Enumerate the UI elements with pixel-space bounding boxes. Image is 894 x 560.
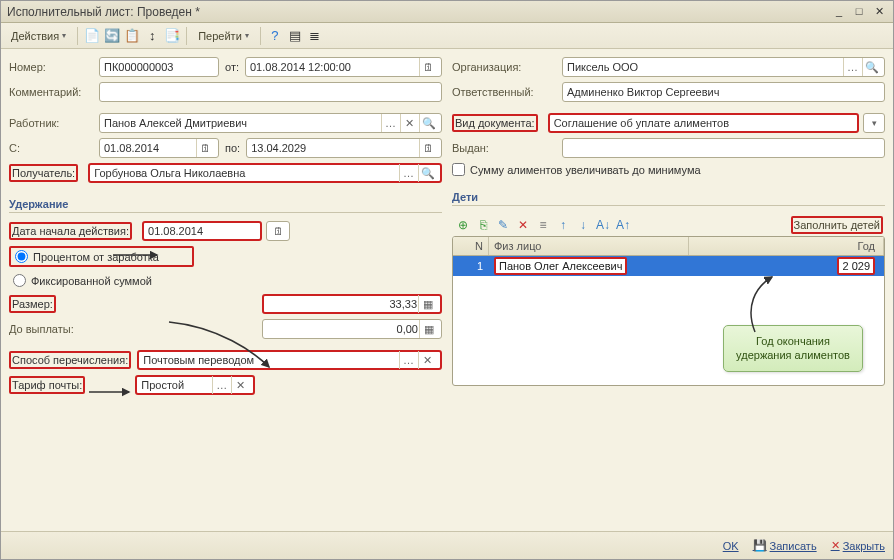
steps-icon[interactable]: ≣	[306, 27, 324, 45]
delete-icon[interactable]: ✕	[514, 216, 532, 234]
save-button[interactable]: 💾Записать	[753, 539, 817, 552]
sort-icon[interactable]: ≡	[534, 216, 552, 234]
col-n[interactable]: N	[453, 237, 489, 255]
help-icon[interactable]: ?	[266, 27, 284, 45]
sort-az-icon[interactable]: A↓	[594, 216, 612, 234]
ellipsis-icon[interactable]: …	[843, 58, 861, 76]
footer-bar: OK 💾Записать ✕Закрыть	[1, 531, 893, 559]
titlebar: Исполнительный лист: Проведен * _ □ ✕	[1, 1, 893, 23]
add-icon[interactable]: ⊕	[454, 216, 472, 234]
up-icon[interactable]: ↑	[554, 216, 572, 234]
ellipsis-icon[interactable]: …	[399, 164, 417, 182]
post-icon[interactable]: 📄	[83, 27, 101, 45]
form-content: Номер: ПК000000003 от: 01.08.2014 12:00:…	[1, 49, 893, 531]
issued-field[interactable]	[562, 138, 885, 158]
calendar-icon[interactable]: 🗓	[419, 58, 437, 76]
chevron-down-icon: ▾	[62, 31, 66, 40]
actions-label: Действия	[11, 30, 59, 42]
window-title: Исполнительный лист: Проведен *	[7, 5, 831, 19]
recipient-label: Получатель:	[12, 167, 75, 179]
calc-icon[interactable]: ▦	[418, 295, 436, 313]
down-icon[interactable]: ↓	[574, 216, 592, 234]
minimize-button[interactable]: _	[831, 5, 847, 19]
copy-icon[interactable]: ⎘	[474, 216, 492, 234]
refresh-icon[interactable]: 🔄	[103, 27, 121, 45]
ellipsis-icon[interactable]: …	[212, 376, 230, 394]
worker-label: Работник:	[9, 117, 99, 129]
ellipsis-icon[interactable]: …	[381, 114, 399, 132]
calendar-button[interactable]: 🗓	[266, 221, 290, 241]
search-icon[interactable]: 🔍	[419, 114, 437, 132]
chevron-down-icon: ▾	[245, 31, 249, 40]
number-label: Номер:	[9, 61, 99, 73]
calendar-icon[interactable]: 🗓	[419, 139, 437, 157]
search-icon[interactable]: 🔍	[862, 58, 880, 76]
method-field[interactable]: Почтовым переводом … ✕	[137, 350, 442, 370]
until-label: по:	[225, 142, 240, 154]
main-toolbar: Действия ▾ 📄 🔄 📋 ↕ 📑 Перейти ▾ ? ▤ ≣	[1, 23, 893, 49]
fixed-radio-label: Фиксированной суммой	[31, 275, 152, 287]
close-button[interactable]: ✕	[871, 5, 887, 19]
worker-field[interactable]: Панов Алексей Дмитриевич … ✕ 🔍	[99, 113, 442, 133]
calendar-icon[interactable]: 🗓	[196, 139, 214, 157]
upto-label: До выплаты:	[9, 323, 99, 335]
comment-label: Комментарий:	[9, 86, 99, 98]
close-link[interactable]: ✕Закрыть	[831, 539, 885, 552]
col-fio[interactable]: Физ лицо	[489, 237, 689, 255]
clear-icon[interactable]: ✕	[231, 376, 249, 394]
maximize-button[interactable]: □	[851, 5, 867, 19]
search-icon[interactable]: 🔍	[418, 164, 436, 182]
resp-label: Ответственный:	[452, 86, 562, 98]
number-field[interactable]: ПК000000003	[99, 57, 219, 77]
sort-za-icon[interactable]: A↑	[614, 216, 632, 234]
tariff-field[interactable]: Простой … ✕	[135, 375, 255, 395]
col-year[interactable]: Год	[689, 237, 884, 255]
doctype-dropdown[interactable]: ▾	[863, 113, 885, 133]
left-column: Номер: ПК000000003 от: 01.08.2014 12:00:…	[9, 57, 442, 531]
since-field[interactable]: 01.08.2014 🗓	[99, 138, 219, 158]
start-date-field[interactable]: 01.08.2014	[142, 221, 262, 241]
from-label: от:	[225, 61, 239, 73]
since-label: С:	[9, 142, 99, 154]
tariff-label: Тариф почты:	[12, 379, 82, 391]
size-label: Размер:	[12, 298, 53, 310]
org-label: Организация:	[452, 61, 562, 73]
minimum-label: Сумму алиментов увеличивать до минимума	[470, 164, 701, 176]
calendar-icon[interactable]: 🗓	[272, 222, 285, 240]
recipient-field[interactable]: Горбунова Ольга Николаевна … 🔍	[88, 163, 442, 183]
ellipsis-icon[interactable]: …	[399, 351, 417, 369]
chevron-down-icon: ▾	[872, 118, 877, 128]
doctype-field[interactable]: Соглашение об уплате алиментов	[548, 113, 859, 133]
minimum-checkbox[interactable]	[452, 163, 465, 176]
fixed-radio[interactable]	[13, 274, 26, 287]
grid-row[interactable]: 1 Панов Олег Алексеевич 2 029	[453, 256, 884, 276]
edit-icon[interactable]: ✎	[494, 216, 512, 234]
clear-icon[interactable]: ✕	[418, 351, 436, 369]
comment-field[interactable]	[99, 82, 442, 102]
org-field[interactable]: Пиксель ООО … 🔍	[562, 57, 885, 77]
fill-kids-button[interactable]: Заполнить детей	[791, 216, 883, 234]
size-field[interactable]: 33,33 ▦	[262, 294, 442, 314]
calc-icon[interactable]: ▦	[419, 320, 437, 338]
copy-icon[interactable]: 📑	[163, 27, 181, 45]
ok-button[interactable]: OK	[723, 540, 739, 552]
resp-field[interactable]: Админенко Виктор Сергеевич	[562, 82, 885, 102]
window: Исполнительный лист: Проведен * _ □ ✕ Де…	[0, 0, 894, 560]
goto-label: Перейти	[198, 30, 242, 42]
issued-label: Выдан:	[452, 142, 562, 154]
arrows-icon[interactable]: ↕	[143, 27, 161, 45]
upto-field[interactable]: 0,00 ▦	[262, 319, 442, 339]
right-column: Организация: Пиксель ООО … 🔍 Ответственн…	[452, 57, 885, 531]
grid-header: N Физ лицо Год	[453, 237, 884, 256]
list-icon[interactable]: ▤	[286, 27, 304, 45]
percent-radio[interactable]	[15, 250, 28, 263]
until-field[interactable]: 13.04.2029 🗓	[246, 138, 442, 158]
goto-menu[interactable]: Перейти ▾	[192, 28, 255, 44]
report-icon[interactable]: 📋	[123, 27, 141, 45]
row-fio: Панов Олег Алексеевич	[499, 260, 622, 272]
clear-icon[interactable]: ✕	[400, 114, 418, 132]
kids-section-header: Дети	[452, 187, 885, 206]
date-field[interactable]: 01.08.2014 12:00:00 🗓	[245, 57, 442, 77]
actions-menu[interactable]: Действия ▾	[5, 28, 72, 44]
row-year: 2 029	[842, 260, 870, 272]
